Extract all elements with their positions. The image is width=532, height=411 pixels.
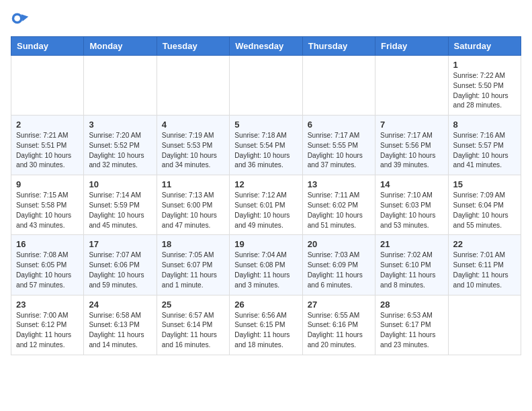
calendar-cell: 11Sunrise: 7:13 AM Sunset: 6:00 PM Dayli…	[157, 175, 229, 235]
day-info: Sunrise: 6:57 AM Sunset: 6:14 PM Dayligh…	[162, 311, 224, 351]
day-info: Sunrise: 7:15 AM Sunset: 5:58 PM Dayligh…	[16, 191, 79, 230]
calendar-table: SundayMondayTuesdayWednesdayThursdayFrid…	[11, 36, 521, 355]
day-of-week-header: Thursday	[302, 37, 375, 56]
day-info: Sunrise: 7:05 AM Sunset: 6:07 PM Dayligh…	[162, 250, 224, 290]
day-info: Sunrise: 7:22 AM Sunset: 5:50 PM Dayligh…	[453, 71, 516, 111]
day-info: Sunrise: 7:04 AM Sunset: 6:08 PM Dayligh…	[234, 250, 297, 290]
calendar-cell: 9Sunrise: 7:15 AM Sunset: 5:58 PM Daylig…	[11, 175, 84, 235]
calendar-cell: 6Sunrise: 7:17 AM Sunset: 5:55 PM Daylig…	[302, 116, 375, 175]
calendar-cell	[375, 56, 448, 116]
day-number: 16	[16, 239, 79, 249]
day-number: 5	[234, 120, 297, 130]
calendar-cell: 3Sunrise: 7:20 AM Sunset: 5:52 PM Daylig…	[84, 116, 157, 175]
day-number: 22	[453, 239, 516, 249]
calendar-week-row: 16Sunrise: 7:08 AM Sunset: 6:05 PM Dayli…	[11, 235, 521, 295]
calendar-cell	[302, 56, 375, 116]
day-info: Sunrise: 7:13 AM Sunset: 6:00 PM Dayligh…	[162, 191, 224, 230]
day-of-week-header: Monday	[84, 37, 157, 56]
day-of-week-header: Wednesday	[230, 37, 302, 56]
day-info: Sunrise: 6:58 AM Sunset: 6:13 PM Dayligh…	[89, 311, 151, 351]
day-info: Sunrise: 7:09 AM Sunset: 6:04 PM Dayligh…	[453, 191, 516, 230]
day-number: 8	[453, 120, 516, 130]
day-info: Sunrise: 7:21 AM Sunset: 5:51 PM Dayligh…	[16, 131, 79, 171]
calendar-week-row: 1Sunrise: 7:22 AM Sunset: 5:50 PM Daylig…	[11, 56, 521, 116]
day-of-week-header: Saturday	[448, 37, 521, 56]
day-number: 3	[89, 120, 151, 130]
calendar-cell: 22Sunrise: 7:01 AM Sunset: 6:11 PM Dayli…	[448, 235, 521, 295]
day-info: Sunrise: 7:08 AM Sunset: 6:05 PM Dayligh…	[16, 250, 79, 290]
day-number: 7	[380, 120, 443, 130]
calendar-header-row: SundayMondayTuesdayWednesdayThursdayFrid…	[11, 37, 521, 56]
calendar-cell: 24Sunrise: 6:58 AM Sunset: 6:13 PM Dayli…	[84, 295, 157, 355]
calendar-cell: 17Sunrise: 7:07 AM Sunset: 6:06 PM Dayli…	[84, 235, 157, 295]
day-number: 19	[234, 239, 297, 249]
calendar-cell: 10Sunrise: 7:14 AM Sunset: 5:59 PM Dayli…	[84, 175, 157, 235]
calendar-week-row: 23Sunrise: 7:00 AM Sunset: 6:12 PM Dayli…	[11, 295, 521, 355]
day-info: Sunrise: 7:03 AM Sunset: 6:09 PM Dayligh…	[308, 250, 370, 290]
calendar-cell: 27Sunrise: 6:55 AM Sunset: 6:16 PM Dayli…	[302, 295, 375, 355]
day-number: 23	[16, 300, 79, 310]
day-info: Sunrise: 7:11 AM Sunset: 6:02 PM Dayligh…	[308, 191, 370, 230]
day-number: 2	[16, 120, 79, 130]
calendar-cell: 5Sunrise: 7:18 AM Sunset: 5:54 PM Daylig…	[230, 116, 302, 175]
calendar-cell: 12Sunrise: 7:12 AM Sunset: 6:01 PM Dayli…	[230, 175, 302, 235]
calendar-cell: 21Sunrise: 7:02 AM Sunset: 6:10 PM Dayli…	[375, 235, 448, 295]
day-number: 28	[380, 300, 443, 310]
calendar-cell: 13Sunrise: 7:11 AM Sunset: 6:02 PM Dayli…	[302, 175, 375, 235]
calendar-cell	[11, 56, 84, 116]
calendar-cell: 16Sunrise: 7:08 AM Sunset: 6:05 PM Dayli…	[11, 235, 84, 295]
calendar-cell: 8Sunrise: 7:16 AM Sunset: 5:57 PM Daylig…	[448, 116, 521, 175]
day-number: 9	[16, 179, 79, 189]
day-number: 15	[453, 179, 516, 189]
calendar-cell	[230, 56, 302, 116]
day-number: 21	[380, 239, 443, 249]
day-info: Sunrise: 6:55 AM Sunset: 6:16 PM Dayligh…	[308, 311, 370, 351]
calendar-cell: 23Sunrise: 7:00 AM Sunset: 6:12 PM Dayli…	[11, 295, 84, 355]
day-number: 26	[234, 300, 297, 310]
logo	[11, 11, 32, 30]
day-info: Sunrise: 7:18 AM Sunset: 5:54 PM Dayligh…	[234, 131, 297, 171]
calendar-cell: 20Sunrise: 7:03 AM Sunset: 6:09 PM Dayli…	[302, 235, 375, 295]
calendar-cell: 1Sunrise: 7:22 AM Sunset: 5:50 PM Daylig…	[448, 56, 521, 116]
calendar-cell: 15Sunrise: 7:09 AM Sunset: 6:04 PM Dayli…	[448, 175, 521, 235]
calendar-cell: 28Sunrise: 6:53 AM Sunset: 6:17 PM Dayli…	[375, 295, 448, 355]
day-info: Sunrise: 7:07 AM Sunset: 6:06 PM Dayligh…	[89, 250, 151, 290]
day-info: Sunrise: 7:17 AM Sunset: 5:55 PM Dayligh…	[308, 131, 370, 171]
day-of-week-header: Sunday	[11, 37, 84, 56]
day-info: Sunrise: 7:00 AM Sunset: 6:12 PM Dayligh…	[16, 311, 79, 351]
calendar-cell: 18Sunrise: 7:05 AM Sunset: 6:07 PM Dayli…	[157, 235, 229, 295]
day-number: 25	[162, 300, 224, 310]
calendar-cell: 2Sunrise: 7:21 AM Sunset: 5:51 PM Daylig…	[11, 116, 84, 175]
day-number: 27	[308, 300, 370, 310]
day-info: Sunrise: 7:10 AM Sunset: 6:03 PM Dayligh…	[380, 191, 443, 230]
day-number: 1	[453, 60, 516, 70]
page-header	[11, 11, 521, 30]
logo-icon	[11, 11, 30, 30]
calendar-cell: 14Sunrise: 7:10 AM Sunset: 6:03 PM Dayli…	[375, 175, 448, 235]
day-info: Sunrise: 7:17 AM Sunset: 5:56 PM Dayligh…	[380, 131, 443, 171]
day-number: 13	[308, 179, 370, 189]
day-of-week-header: Tuesday	[157, 37, 229, 56]
day-info: Sunrise: 7:02 AM Sunset: 6:10 PM Dayligh…	[380, 250, 443, 290]
svg-marker-2	[21, 14, 29, 21]
svg-point-1	[14, 15, 20, 21]
day-info: Sunrise: 7:19 AM Sunset: 5:53 PM Dayligh…	[162, 131, 224, 171]
calendar-cell: 7Sunrise: 7:17 AM Sunset: 5:56 PM Daylig…	[375, 116, 448, 175]
day-number: 6	[308, 120, 370, 130]
day-of-week-header: Friday	[375, 37, 448, 56]
day-number: 10	[89, 179, 151, 189]
calendar-week-row: 2Sunrise: 7:21 AM Sunset: 5:51 PM Daylig…	[11, 116, 521, 175]
day-info: Sunrise: 7:14 AM Sunset: 5:59 PM Dayligh…	[89, 191, 151, 230]
calendar-cell: 25Sunrise: 6:57 AM Sunset: 6:14 PM Dayli…	[157, 295, 229, 355]
day-number: 20	[308, 239, 370, 249]
day-info: Sunrise: 7:20 AM Sunset: 5:52 PM Dayligh…	[89, 131, 151, 171]
calendar-cell: 26Sunrise: 6:56 AM Sunset: 6:15 PM Dayli…	[230, 295, 302, 355]
day-number: 4	[162, 120, 224, 130]
day-info: Sunrise: 7:16 AM Sunset: 5:57 PM Dayligh…	[453, 131, 516, 171]
day-number: 18	[162, 239, 224, 249]
calendar-week-row: 9Sunrise: 7:15 AM Sunset: 5:58 PM Daylig…	[11, 175, 521, 235]
day-info: Sunrise: 7:01 AM Sunset: 6:11 PM Dayligh…	[453, 250, 516, 290]
day-number: 17	[89, 239, 151, 249]
day-info: Sunrise: 6:56 AM Sunset: 6:15 PM Dayligh…	[234, 311, 297, 351]
calendar-cell	[84, 56, 157, 116]
